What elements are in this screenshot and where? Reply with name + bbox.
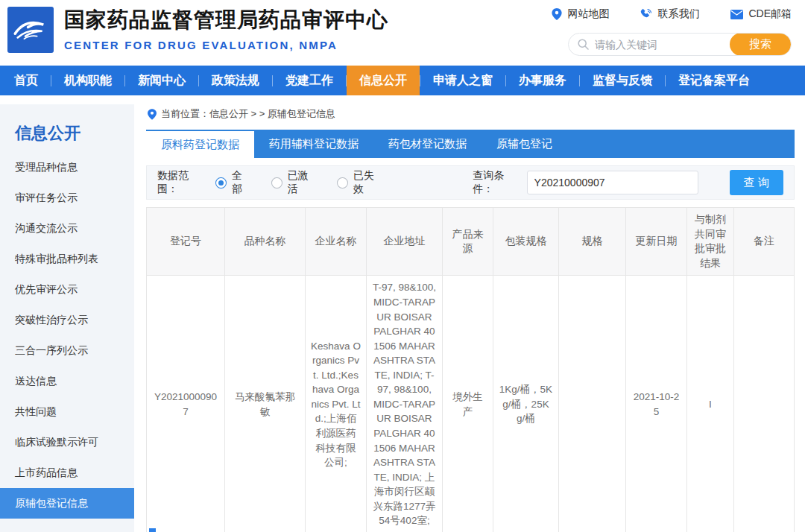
cell-spec — [559, 276, 626, 532]
col-update-date: 更新日期 — [626, 208, 687, 276]
radio-all[interactable]: 全部 — [215, 169, 252, 196]
search-icon — [569, 39, 589, 50]
tab-packaging-registration[interactable]: 药包材登记数据 — [373, 130, 482, 158]
sidebar-item-three-in-one[interactable]: 三合一序列公示 — [0, 335, 134, 366]
registration-table: 登记号 品种名称 企业名称 企业地址 产品来源 包装规格 规格 更新日期 与制剂… — [146, 207, 795, 532]
main-panel: 当前位置：信息公开 > > 原辅包登记信息 原料药登记数据 药用辅料登记数据 药… — [134, 95, 805, 532]
radio-expired-dot[interactable] — [337, 177, 348, 189]
radio-activated[interactable]: 已激活 — [271, 169, 318, 196]
col-spec: 规格 — [559, 208, 626, 276]
sidebar-item-marketed-drugs[interactable]: 上市药品信息 — [0, 457, 134, 488]
nav-item-services[interactable]: 办事服务 — [506, 66, 579, 95]
sidebar-item-accepted-varieties[interactable]: 受理品种信息 — [0, 152, 134, 183]
nav-item-registration-platform[interactable]: 登记备案平台 — [666, 66, 763, 95]
scope-label: 数据范围： — [157, 169, 208, 196]
radio-expired[interactable]: 已失效 — [337, 169, 383, 196]
sidebar-item-priority-review[interactable]: 优先审评公示 — [0, 274, 134, 305]
site-search: 搜索 — [568, 33, 792, 56]
col-product-source: 产品来源 — [443, 208, 493, 276]
tab-api-registration[interactable]: 原料药登记数据 — [146, 130, 254, 158]
main-nav: 首页 机构职能 新闻中心 政策法规 党建工作 信息公开 申请人之窗 办事服务 监… — [0, 66, 805, 95]
cell-variety-name: 马来酸氯苯那敏 — [225, 276, 306, 532]
sidebar-item-review-tasks[interactable]: 审评任务公示 — [0, 183, 134, 213]
breadcrumb-pin-icon — [148, 109, 157, 120]
radio-activated-dot[interactable] — [271, 177, 282, 189]
scope-radio-group: 全部 已激活 已失效 — [215, 169, 383, 196]
sidebar: 信息公开 受理品种信息 审评任务公示 沟通交流公示 特殊审批品种列表 优先审评公… — [0, 104, 134, 532]
mailbox-label: CDE邮箱 — [748, 7, 792, 21]
site-search-button[interactable]: 搜索 — [730, 33, 791, 56]
envelope-icon — [730, 10, 743, 19]
breadcrumb-text: 当前位置：信息公开 > > 原辅包登记信息 — [161, 107, 335, 121]
cell-company-address: T-97, 98&100, MIDC-TARAPUR BOISAR PALGHA… — [367, 276, 443, 532]
location-pin-icon — [552, 8, 562, 20]
contact-link[interactable]: 联系我们 — [640, 7, 699, 21]
sidebar-item-clinical-trial-license[interactable]: 临床试验默示许可 — [0, 427, 134, 457]
tab-raw-excipient-packaging[interactable]: 原辅包登记 — [482, 130, 567, 158]
mailbox-link[interactable]: CDE邮箱 — [730, 7, 792, 21]
nav-item-info-disclosure[interactable]: 信息公开 — [347, 66, 420, 95]
cde-logo — [7, 7, 54, 53]
tab-bar: 原料药登记数据 药用辅料登记数据 药包材登记数据 原辅包登记 — [146, 130, 795, 158]
radio-activated-label: 已激活 — [288, 169, 318, 196]
breadcrumb: 当前位置：信息公开 > > 原辅包登记信息 — [146, 104, 795, 130]
col-company-name: 企业名称 — [306, 208, 367, 276]
col-packaging-spec: 包装规格 — [493, 208, 559, 276]
filter-bar: 数据范围： 全部 已激活 已失效 查询条件： 查 询 — [146, 165, 795, 200]
cell-packaging-spec: 1Kg/桶，5Kg/桶，25Kg/桶 — [493, 276, 559, 532]
sidebar-item-special-approval-list[interactable]: 特殊审批品种列表 — [0, 244, 134, 274]
cell-company-name: Keshava Organics Pvt. Ltd.;Keshava Organ… — [306, 276, 367, 532]
site-subtitle: CENTER FOR DRUG EVALUATION, NMPA — [64, 39, 388, 51]
phone-icon — [640, 8, 652, 20]
radio-expired-label: 已失效 — [353, 169, 384, 196]
col-variety-name: 品种名称 — [225, 208, 306, 276]
radio-all-dot[interactable] — [215, 177, 227, 189]
sidebar-heading: 信息公开 — [0, 104, 134, 152]
col-joint-review-result: 与制剂共同审批审批结果 — [687, 208, 734, 276]
col-registration-no: 登记号 — [147, 208, 225, 276]
sidebar-item-common-issues[interactable]: 共性问题 — [0, 396, 134, 427]
sidebar-item-breakthrough-therapy[interactable]: 突破性治疗公示 — [0, 305, 134, 335]
sidebar-item-communication[interactable]: 沟通交流公示 — [0, 213, 134, 244]
nav-item-news-center[interactable]: 新闻中心 — [125, 66, 198, 95]
contact-label: 联系我们 — [657, 7, 699, 21]
footer-divider-marker — [149, 528, 156, 532]
table-row[interactable]: Y20210000907 马来酸氯苯那敏 Keshava Organics Pv… — [147, 276, 795, 532]
cell-registration-no: Y20210000907 — [147, 276, 225, 532]
nav-item-org-functions[interactable]: 机构职能 — [51, 66, 124, 95]
table-header-row: 登记号 品种名称 企业名称 企业地址 产品来源 包装规格 规格 更新日期 与制剂… — [147, 208, 795, 276]
sidebar-item-delivery-info[interactable]: 送达信息 — [0, 366, 134, 396]
col-remarks: 备注 — [734, 208, 795, 276]
swan-logo-icon — [11, 10, 50, 49]
sitemap-label: 网站地图 — [567, 7, 609, 21]
topbar-links: 网站地图 联系我们 CDE邮箱 — [552, 7, 792, 21]
nav-item-applicant-window[interactable]: 申请人之窗 — [420, 66, 505, 95]
cell-joint-review-result: I — [687, 276, 734, 532]
nav-item-home[interactable]: 首页 — [1, 66, 51, 95]
nav-item-supervision-feedback[interactable]: 监督与反馈 — [580, 66, 665, 95]
cell-product-source: 境外生产 — [443, 276, 493, 532]
query-label: 查询条件： — [473, 169, 523, 196]
tab-excipient-registration[interactable]: 药用辅料登记数据 — [254, 130, 373, 158]
site-title: 国家药品监督管理局药品审评中心 — [64, 6, 388, 34]
col-company-address: 企业地址 — [367, 208, 443, 276]
nav-item-party-building[interactable]: 党建工作 — [273, 66, 346, 95]
site-search-input[interactable] — [589, 39, 730, 51]
sitemap-link[interactable]: 网站地图 — [552, 7, 609, 21]
cell-remarks — [734, 276, 795, 532]
query-button[interactable]: 查 询 — [730, 170, 783, 195]
nav-item-policies[interactable]: 政策法规 — [199, 66, 272, 95]
sidebar-item-raw-excipient-packaging[interactable]: 原辅包登记信息 — [0, 488, 134, 519]
cell-update-date: 2021-10-25 — [626, 276, 687, 532]
query-input[interactable] — [527, 171, 698, 194]
site-header: 国家药品监督管理局药品审评中心 CENTER FOR DRUG EVALUATI… — [0, 0, 805, 66]
radio-all-label: 全部 — [232, 169, 252, 196]
